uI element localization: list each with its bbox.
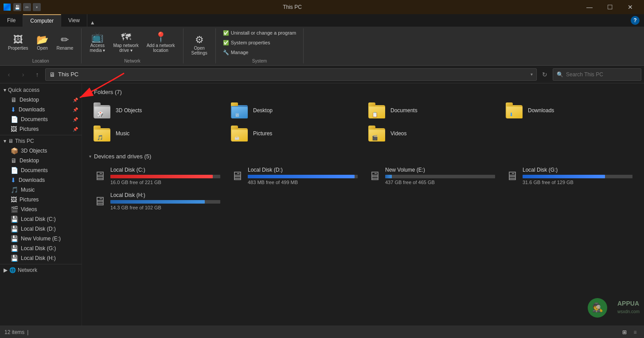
sidebar-desktop-tree-label: Desktop <box>20 157 39 164</box>
drive-c-bar-bg <box>110 175 220 178</box>
drive-g-info: Local Disk (G:) 31.6 GB free of 129 GB <box>523 167 632 185</box>
help-icon[interactable]: ? <box>631 16 640 25</box>
address-pc-icon: 🖥 <box>49 71 55 78</box>
uninstall-button[interactable]: ✅ Uninstall or change a program <box>220 28 299 37</box>
drive-c[interactable]: 🖥 Local Disk (C:) 16.0 GB free of 221 GB <box>89 164 225 188</box>
manage-button[interactable]: 🔧 Manage <box>220 48 299 57</box>
add-network-button[interactable]: 📍 Add a networklocation <box>143 30 179 55</box>
folder-desktop-overlay: 🖥 <box>234 112 239 118</box>
sidebar-quick-access-header[interactable]: ▾ Quick access <box>0 85 82 95</box>
refresh-button[interactable]: ↻ <box>539 68 551 81</box>
sidebar-new-volume-e-label: New Volume (E:) <box>21 236 61 242</box>
search-bar: 🔍 <box>553 68 641 81</box>
folder-pictures[interactable]: 🏔 Pictures <box>226 123 362 144</box>
maximize-button[interactable]: ☐ <box>600 0 620 14</box>
network-label: Network <box>18 267 37 273</box>
sidebar-item-local-g[interactable]: 💾 Local Disk (G:) <box>0 244 82 253</box>
drive-d[interactable]: 🖥 Local Disk (D:) 483 MB free of 499 MB <box>226 164 362 188</box>
folder-pictures-overlay: 🏔 <box>234 135 239 141</box>
sidebar-videos-tree-label: Videos <box>21 206 37 212</box>
sidebar-item-new-volume-e[interactable]: 💾 New Volume (E:) <box>0 234 82 244</box>
pin-icon-2: 📌 <box>73 107 78 112</box>
folder-downloads[interactable]: ⬇ Downloads <box>501 100 637 121</box>
properties-button[interactable]: 🖼 Properties <box>4 30 32 55</box>
minimize-button[interactable]: — <box>579 0 600 14</box>
sidebar-network-header[interactable]: ▶ 🌐 Network <box>0 265 82 275</box>
nav-bar: ‹ › ↑ 🖥 This PC ▾ ↻ 🔍 <box>0 66 644 83</box>
folder-3dobjects-name: 3D Objects <box>116 107 142 114</box>
sidebar-item-pictures[interactable]: 🖼 Pictures <box>0 195 82 204</box>
folder-documents-name: Documents <box>390 107 418 114</box>
sidebar-item-downloads-quick[interactable]: ⬇ Downloads 📌 <box>0 105 82 114</box>
open-settings-buttons: ⚙ OpenSettings <box>188 28 211 62</box>
view-list-btn[interactable]: ≡ <box>631 328 640 337</box>
up-button[interactable]: ↑ <box>31 68 43 81</box>
sidebar-item-3dobjects[interactable]: 📦 3D Objects <box>0 146 82 156</box>
back-button[interactable]: ‹ <box>3 68 15 81</box>
sidebar-item-pictures-quick[interactable]: 🖼 Pictures 📌 <box>0 124 82 134</box>
address-bar[interactable]: 🖥 This PC ▾ <box>45 68 537 81</box>
close-button[interactable]: ✕ <box>620 0 640 14</box>
sidebar-item-local-c[interactable]: 💾 Local Disk (C:) <box>0 214 82 224</box>
pin-icon: 📌 <box>73 98 78 102</box>
map-drive-button[interactable]: 🗺 Map networkdrive ▾ <box>109 30 142 55</box>
open-settings-label: OpenSettings <box>191 46 207 55</box>
drive-h[interactable]: 🖥 Local Disk (H:) 14.3 GB free of 102 GB <box>89 189 225 213</box>
drive-h-bar-bg <box>110 200 220 204</box>
sidebar-item-videos[interactable]: 🎬 Videos <box>0 204 82 214</box>
ribbon-group-network: 📺 Accessmedia ▾ 🗺 Map networkdrive ▾ 📍 A… <box>82 28 183 63</box>
access-media-label: Accessmedia ▾ <box>90 43 105 53</box>
network-group-label: Network <box>124 57 141 63</box>
forward-button[interactable]: › <box>17 68 29 81</box>
tab-file[interactable]: File <box>0 14 23 27</box>
view-large-icons-btn[interactable]: ⊞ <box>620 328 629 337</box>
drive-c-bar-fill <box>110 175 213 178</box>
sidebar-item-desktop-quick[interactable]: 🖥 Desktop 📌 <box>0 95 82 105</box>
sidebar-music-tree-label: Music <box>21 187 35 193</box>
sidebar-item-documents[interactable]: 📄 Documents <box>0 165 82 175</box>
system-small-group: ✅ Uninstall or change a program ✅ System… <box>220 28 299 57</box>
system-props-button[interactable]: ✅ System properties <box>220 38 299 47</box>
ribbon-group-open-settings: ⚙ OpenSettings <box>183 28 216 63</box>
drive-e[interactable]: 🖥 New Volume (E:) 437 GB free of 465 GB <box>364 164 500 188</box>
drive-e-icon: 🖥 <box>368 169 381 183</box>
folders-chevron-icon[interactable]: ▾ <box>89 90 91 94</box>
drives-section-header: ▾ Devices and drives (5) <box>89 153 637 160</box>
tab-view[interactable]: View <box>61 14 87 27</box>
search-input[interactable] <box>566 71 637 78</box>
folder-documents[interactable]: 📋 Documents <box>364 100 500 121</box>
drives-chevron-icon[interactable]: ▾ <box>89 154 91 159</box>
drive-c-name: Local Disk (C:) <box>110 167 220 173</box>
folder-desktop[interactable]: 🖥 Desktop <box>226 100 362 121</box>
folder-videos[interactable]: 🎬 Videos <box>364 123 500 144</box>
rename-icon: ✏ <box>61 35 69 45</box>
address-dropdown-icon[interactable]: ▾ <box>531 72 533 77</box>
network-icon: 🌐 <box>9 267 16 273</box>
desktop-icon: 🖥 <box>11 96 17 103</box>
access-media-button[interactable]: 📺 Accessmedia ▾ <box>86 30 109 55</box>
folders-grid: 🎲 3D Objects 🖥 Desktop 📋 <box>89 100 637 144</box>
sidebar-item-desktop[interactable]: 🖥 Desktop <box>0 156 82 165</box>
folder-downloads-icon: ⬇ <box>506 102 523 118</box>
folder-3dobjects[interactable]: 🎲 3D Objects <box>89 100 225 121</box>
sidebar-item-downloads[interactable]: ⬇ Downloads <box>0 175 82 185</box>
sidebar-item-local-h[interactable]: 💾 Local Disk (H:) <box>0 253 82 263</box>
sidebar-this-pc-header[interactable]: ▾ 🖥 This PC <box>0 136 82 146</box>
open-settings-button[interactable]: ⚙ OpenSettings <box>188 33 211 58</box>
open-button[interactable]: 📂 Open <box>33 30 52 55</box>
folder-music[interactable]: 🎵 Music <box>89 123 225 144</box>
chevron-network-icon: ▶ <box>4 267 8 273</box>
new-volume-e-icon: 💾 <box>11 235 18 242</box>
folder-desktop-icon: 🖥 <box>231 102 249 118</box>
sidebar-item-documents-quick[interactable]: 📄 Documents 📌 <box>0 114 82 124</box>
ribbon-expand-btn[interactable]: ▲ <box>87 14 98 27</box>
location-buttons: 🖼 Properties 📂 Open ✏ Rename <box>4 28 77 57</box>
sidebar-item-local-d[interactable]: 💾 Local Disk (D:) <box>0 224 82 234</box>
system-props-icon: ✅ <box>223 40 229 46</box>
uninstall-icon: ✅ <box>223 30 229 36</box>
drive-h-bar-fill <box>110 200 205 204</box>
tab-computer[interactable]: Computer <box>23 14 61 27</box>
drive-g[interactable]: 🖥 Local Disk (G:) 31.6 GB free of 129 GB <box>501 164 637 188</box>
rename-button[interactable]: ✏ Rename <box>53 30 77 55</box>
sidebar-item-music[interactable]: 🎵 Music <box>0 185 82 195</box>
